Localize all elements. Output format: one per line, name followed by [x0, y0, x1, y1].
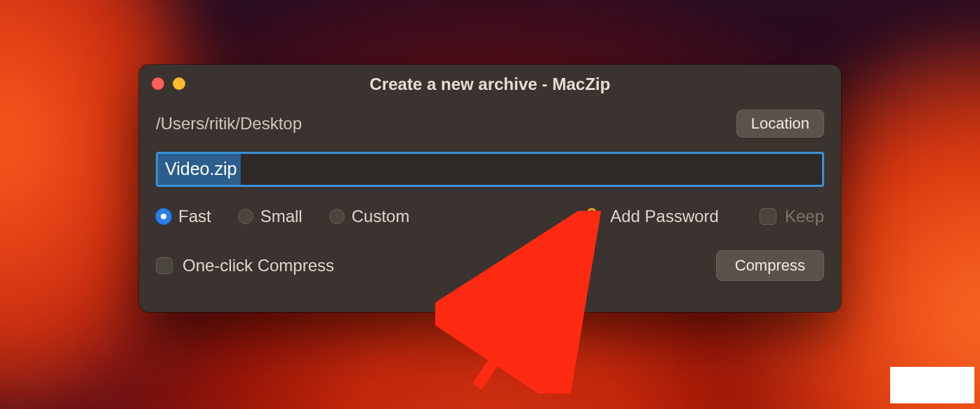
checkbox-icon [760, 208, 776, 225]
one-click-label: One-click Compress [183, 256, 334, 275]
minimize-icon[interactable] [173, 77, 185, 90]
location-button[interactable]: Location [736, 110, 824, 138]
options-row: Fast Small Custom Ad [156, 207, 824, 226]
keep-checkbox[interactable]: Keep [760, 207, 824, 226]
filename-input[interactable]: Video.zip [158, 154, 241, 185]
radio-dot-icon [329, 209, 345, 224]
svg-rect-2 [591, 219, 592, 222]
watermark-block [890, 367, 974, 403]
keep-label: Keep [785, 207, 824, 226]
add-password-label: Add Password [610, 207, 719, 226]
one-click-checkbox[interactable]: One-click Compress [156, 256, 334, 275]
compress-button[interactable]: Compress [716, 250, 824, 281]
checkbox-icon [156, 257, 173, 274]
window-title: Create a new archive - MacZip [139, 66, 841, 94]
radio-fast[interactable]: Fast [156, 207, 211, 226]
radio-dot-icon [238, 209, 253, 224]
radio-dot-icon [156, 209, 171, 224]
filename-field-wrap[interactable]: Video.zip [156, 152, 824, 187]
radio-custom-label: Custom [352, 207, 410, 226]
path-row: /Users/ritik/Desktop Location [156, 110, 824, 138]
radio-small[interactable]: Small [238, 207, 303, 226]
bottom-row: One-click Compress Compress [156, 250, 824, 281]
compression-mode-group: Fast Small Custom [156, 207, 409, 226]
window-controls [152, 77, 185, 90]
unlock-icon [582, 207, 602, 226]
radio-small-label: Small [260, 207, 303, 226]
radio-custom[interactable]: Custom [329, 207, 410, 226]
add-password-button[interactable]: Add Password [582, 207, 719, 226]
titlebar: Create a new archive - MacZip [139, 65, 841, 96]
radio-fast-label: Fast [178, 207, 211, 226]
close-icon[interactable] [152, 77, 164, 90]
maczip-window: Create a new archive - MacZip /Users/rit… [139, 65, 841, 312]
output-path: /Users/ritik/Desktop [156, 114, 302, 134]
